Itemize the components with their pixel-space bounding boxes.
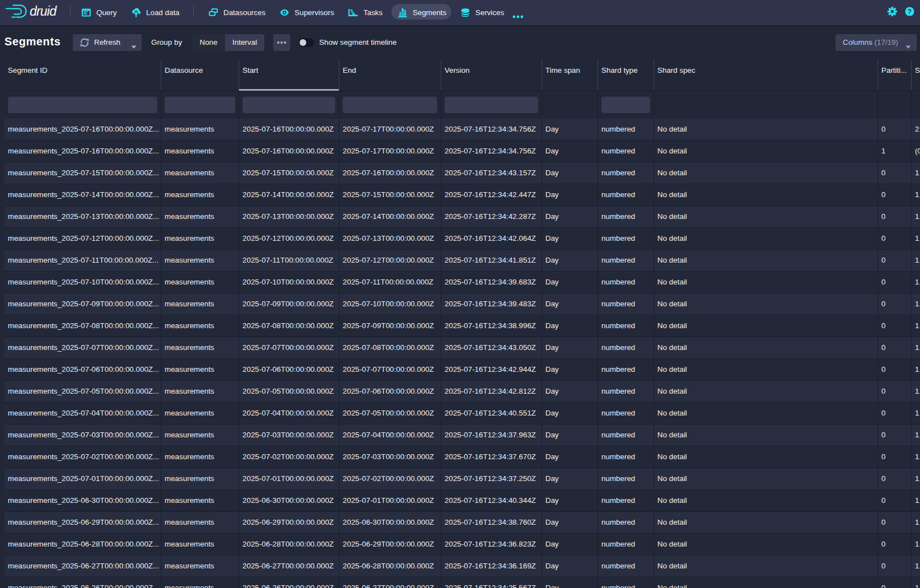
svg-text:?: ?	[908, 8, 912, 16]
